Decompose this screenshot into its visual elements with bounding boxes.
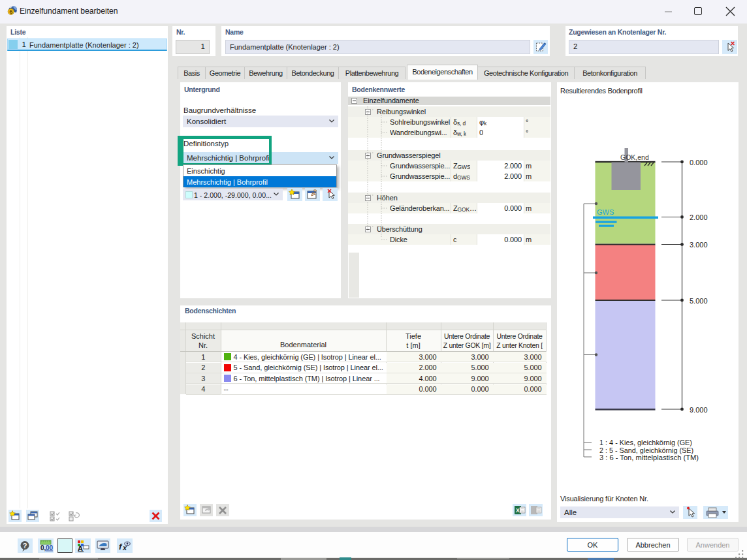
- svg-text:GOK,end: GOK,end: [620, 153, 649, 161]
- svg-text:0.000: 0.000: [690, 159, 708, 166]
- svg-text:GWS: GWS: [597, 208, 614, 216]
- svg-text:1 : 4 - Kies, gleichkörnig (G: 1 : 4 - Kies, gleichkörnig (GE): [599, 439, 692, 446]
- svg-text:2.000: 2.000: [690, 213, 708, 221]
- svg-text:A: A: [78, 544, 83, 552]
- svg-text:?: ?: [23, 542, 27, 550]
- svg-text:5.000: 5.000: [690, 297, 708, 305]
- svg-text:6: 6: [9, 8, 12, 15]
- svg-text:2 : 5 - Sand, gleichkörnig (S: 2 : 5 - Sand, gleichkörnig (SE): [599, 446, 693, 454]
- svg-text:3 : 6 - Ton, mittelplastisch: 3 : 6 - Ton, mittelplastisch (TM): [599, 454, 699, 461]
- svg-text:X: X: [516, 507, 520, 514]
- svg-text:00: 00: [46, 544, 54, 552]
- svg-text:9.000: 9.000: [690, 406, 708, 414]
- svg-text:3.000: 3.000: [690, 241, 708, 249]
